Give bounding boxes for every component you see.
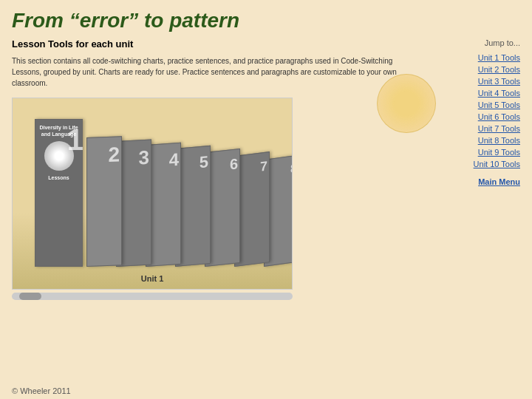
main-menu-link[interactable]: Main Menu [417,177,520,186]
decorative-circle [377,74,436,133]
nav-link-unit-2[interactable]: Unit 2 Tools [417,65,520,74]
jump-to-label: Jump to... [417,38,520,47]
section-title: Lesson Tools for each unit [12,38,402,50]
page-title: From “error” to pattern [0,0,532,38]
book-number-1: 1 [67,123,83,157]
slider-thumb[interactable] [19,293,41,300]
nav-link-unit-7[interactable]: Unit 7 Tools [417,124,520,133]
nav-link-unit-1[interactable]: Unit 1 Tools [417,53,520,62]
right-panel: Jump to... Unit 1 Tools Unit 2 Tools Uni… [417,38,520,371]
nav-link-unit-10[interactable]: Unit 10 Tools [417,160,520,168]
left-panel: Lesson Tools for each unit This section … [12,38,409,371]
book-display: Diversity in Life and Language Lessons 1… [12,98,293,290]
nav-link-unit-3[interactable]: Unit 3 Tools [417,77,520,86]
book-2: 2 [86,136,122,267]
section-description: This section contains all code-switching… [12,55,402,89]
slider-bar[interactable] [12,293,293,300]
book-stack: Diversity in Life and Language Lessons 1… [35,119,293,267]
footer-copyright: © Wheeler 2011 [12,386,71,395]
nav-link-unit-8[interactable]: Unit 8 Tools [417,136,520,145]
unit-label: Unit 1 [141,274,164,283]
nav-link-unit-9[interactable]: Unit 9 Tools [417,148,520,157]
book-1: Diversity in Life and Language Lessons 1 [35,119,83,267]
